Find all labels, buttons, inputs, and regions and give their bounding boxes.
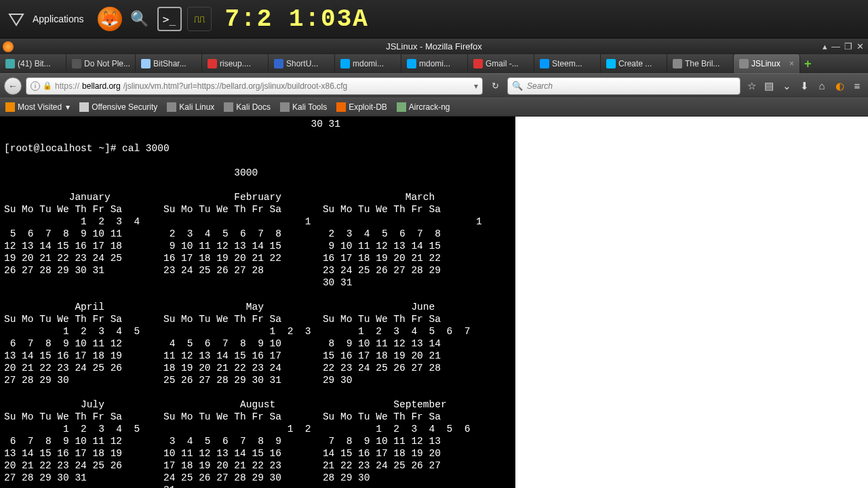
app-launcher-icon[interactable]: ⎍⎍ bbox=[187, 7, 212, 31]
search-launcher-icon[interactable]: 🔍 bbox=[127, 7, 152, 31]
tab[interactable]: Create ... bbox=[601, 54, 667, 73]
bookmark-item[interactable]: Kali Tools bbox=[280, 102, 327, 112]
tab-label: Do Not Ple... bbox=[84, 59, 130, 68]
terminal-output[interactable]: 30 31 [root@localhost ~]# cal 3000 3000 … bbox=[0, 117, 515, 488]
url-dropdown-icon[interactable]: ▾ bbox=[474, 81, 478, 91]
bookmark-label: Offensive Security bbox=[92, 102, 157, 112]
firefox-window-icon bbox=[3, 41, 14, 52]
tab[interactable]: BitShar... bbox=[136, 54, 202, 73]
system-menu-icon[interactable] bbox=[5, 8, 27, 30]
bookmarks-toolbar: Most Visited▾Offensive SecurityKali Linu… bbox=[0, 98, 868, 117]
tab-label: riseup.... bbox=[220, 59, 251, 68]
bookmark-label: Kali Docs bbox=[236, 102, 271, 112]
tab-label: mdomi... bbox=[419, 59, 450, 68]
terminal-launcher-icon[interactable]: >_ bbox=[157, 7, 182, 31]
reader-icon[interactable]: ▤ bbox=[762, 79, 776, 93]
url-prefix: https:// bbox=[55, 81, 79, 91]
favicon-icon bbox=[606, 59, 616, 68]
home-icon[interactable]: ⌂ bbox=[815, 79, 829, 93]
svg-marker-0 bbox=[9, 14, 23, 25]
bookmark-item[interactable]: Most Visited▾ bbox=[5, 102, 70, 112]
bookmark-icon bbox=[5, 102, 15, 112]
downloads-icon[interactable]: ⬇ bbox=[797, 79, 811, 93]
chevron-down-icon: ▾ bbox=[66, 102, 70, 112]
favicon-icon bbox=[72, 59, 81, 68]
pocket-icon[interactable]: ⌄ bbox=[780, 79, 793, 93]
tab-label: BitShar... bbox=[153, 59, 186, 68]
favicon-icon bbox=[340, 59, 350, 68]
tab-label: Steem... bbox=[552, 59, 583, 68]
search-input[interactable] bbox=[527, 81, 736, 91]
back-button[interactable]: ← bbox=[4, 77, 22, 95]
tab[interactable]: (41) Bit... bbox=[0, 54, 66, 73]
tab-label: Create ... bbox=[618, 59, 652, 68]
tab-label: Gmail -... bbox=[486, 59, 519, 68]
tab[interactable]: Gmail -... bbox=[468, 54, 534, 73]
tab[interactable]: mdomi... bbox=[401, 54, 468, 73]
hamburger-menu-icon[interactable]: ≡ bbox=[850, 79, 864, 93]
bookmark-item[interactable]: Kali Docs bbox=[224, 102, 271, 112]
tab-label: The Bril... bbox=[685, 59, 719, 68]
desktop-taskbar: Applications 🦊 🔍 >_ ⎍⎍ 7:2 1:03A bbox=[0, 0, 868, 38]
favicon-icon bbox=[208, 59, 217, 68]
bookmark-label: Aircrack-ng bbox=[409, 102, 450, 112]
new-tab-button[interactable]: + bbox=[800, 54, 816, 73]
favicon-icon bbox=[5, 59, 15, 68]
favicon-icon bbox=[473, 59, 483, 68]
favicon-icon bbox=[540, 59, 549, 68]
bookmark-icon bbox=[336, 102, 346, 112]
favicon-icon bbox=[739, 59, 749, 68]
lock-icon: 🔒 bbox=[43, 81, 52, 90]
tab[interactable]: JSLinux× bbox=[734, 54, 800, 73]
bookmark-icon bbox=[397, 102, 406, 112]
tab[interactable]: The Bril... bbox=[667, 54, 734, 73]
tab-label: mdomi... bbox=[353, 59, 384, 68]
bookmark-icon bbox=[280, 102, 290, 112]
tab-close-icon[interactable]: × bbox=[789, 59, 794, 68]
applications-menu[interactable]: Applications bbox=[33, 14, 84, 24]
bookmark-item[interactable]: Exploit-DB bbox=[336, 102, 387, 112]
tab[interactable]: Do Not Ple... bbox=[66, 54, 136, 73]
tab-label: (41) Bit... bbox=[18, 59, 51, 68]
addon-icon[interactable]: ◐ bbox=[833, 79, 846, 93]
search-icon: 🔍 bbox=[512, 81, 523, 91]
bookmark-star-icon[interactable]: ☆ bbox=[745, 79, 758, 93]
nav-toolbar: ← i 🔒 https://bellard.org/jslinux/vm.htm… bbox=[0, 73, 868, 98]
bookmark-label: Most Visited bbox=[18, 102, 62, 112]
bookmark-icon bbox=[79, 102, 89, 112]
tab-label: JSLinux bbox=[751, 59, 781, 68]
clock: 7:2 1:03A bbox=[225, 5, 369, 33]
bookmark-label: Kali Tools bbox=[292, 102, 327, 112]
favicon-icon bbox=[141, 59, 151, 68]
tab[interactable]: Steem... bbox=[534, 54, 601, 73]
bookmark-label: Kali Linux bbox=[179, 102, 214, 112]
tab[interactable]: ShortU... bbox=[269, 54, 335, 73]
tab[interactable]: riseup.... bbox=[202, 54, 269, 73]
window-close-icon[interactable]: ✕ bbox=[856, 41, 864, 52]
bookmark-icon bbox=[224, 102, 233, 112]
bookmark-item[interactable]: Aircrack-ng bbox=[397, 102, 450, 112]
page-content: 30 31 [root@localhost ~]# cal 3000 3000 … bbox=[0, 117, 868, 488]
search-bar[interactable]: 🔍 bbox=[507, 77, 741, 95]
window-maximize-icon[interactable]: ❐ bbox=[844, 41, 852, 52]
favicon-icon bbox=[673, 59, 682, 68]
bookmark-item[interactable]: Kali Linux bbox=[167, 102, 214, 112]
window-title: JSLinux - Mozilla Firefox bbox=[386, 41, 482, 52]
tab-label: ShortU... bbox=[286, 59, 318, 68]
tab-bar: (41) Bit...Do Not Ple...BitShar...riseup… bbox=[0, 54, 868, 73]
window-titlebar: JSLinux - Mozilla Firefox ▴ — ❐ ✕ bbox=[0, 38, 868, 54]
bookmark-icon bbox=[167, 102, 176, 112]
window-minimize-icon[interactable]: — bbox=[831, 41, 840, 52]
favicon-icon bbox=[407, 59, 416, 68]
bookmark-item[interactable]: Offensive Security bbox=[79, 102, 157, 112]
window-up-icon[interactable]: ▴ bbox=[823, 41, 827, 52]
bookmark-label: Exploit-DB bbox=[349, 102, 387, 112]
url-host: bellard.org bbox=[82, 81, 121, 91]
favicon-icon bbox=[274, 59, 283, 68]
firefox-launcher-icon[interactable]: 🦊 bbox=[98, 7, 122, 31]
url-bar[interactable]: i 🔒 https://bellard.org/jslinux/vm.html?… bbox=[26, 77, 483, 95]
page-whitespace bbox=[515, 117, 868, 488]
tab[interactable]: mdomi... bbox=[335, 54, 401, 73]
reload-button[interactable]: ↻ bbox=[487, 78, 503, 94]
site-info-icon[interactable]: i bbox=[31, 81, 40, 91]
